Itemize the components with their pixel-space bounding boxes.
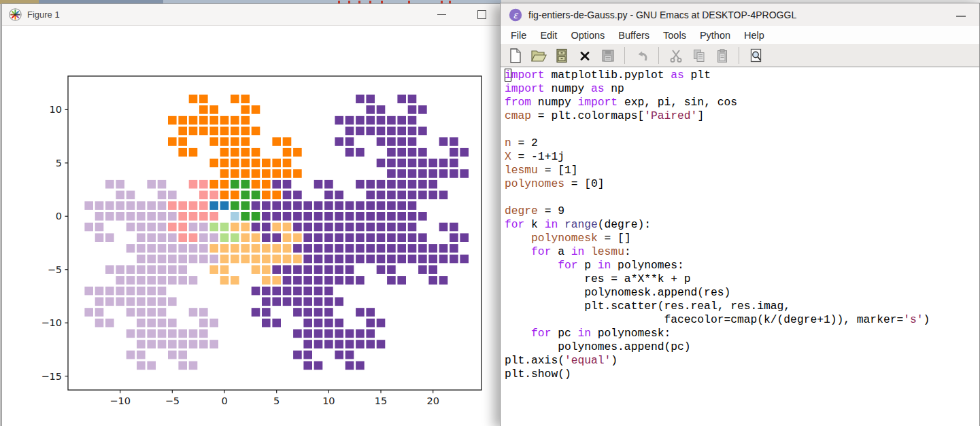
open-file-icon[interactable] [528, 46, 549, 65]
svg-text:0: 0 [56, 211, 62, 221]
code-line [505, 191, 979, 205]
svg-text:ε: ε [513, 9, 518, 20]
code-line: degre = 9 [505, 205, 979, 218]
menu-item-tools[interactable]: Tools [656, 30, 693, 41]
code-line: X = -1+1j [505, 150, 979, 164]
code-line [505, 123, 979, 137]
undo-icon[interactable] [631, 46, 652, 65]
svg-text:15: 15 [375, 395, 387, 406]
code-line: res = a*X**k + p [505, 272, 979, 286]
toolbar-separator [658, 47, 659, 64]
menu-item-python[interactable]: Python [693, 30, 737, 41]
plot-points [84, 94, 469, 370]
emacs-toolbar [501, 44, 979, 67]
open-directory-icon[interactable] [551, 46, 572, 65]
svg-text:−10: −10 [41, 317, 62, 328]
code-line: lesmu = [1] [505, 164, 979, 177]
svg-text:5: 5 [273, 395, 280, 406]
code-line: plt.scatter(res.real, res.imag, [505, 300, 979, 313]
x-axis-ticks: −10−505101520 [109, 390, 439, 406]
svg-text:20: 20 [426, 395, 439, 406]
search-icon[interactable] [745, 46, 766, 65]
menu-item-options[interactable]: Options [564, 30, 611, 41]
code-line: polynomesk = [] [505, 232, 979, 245]
scatter-plot: −10−5051015201050−5−10−15 [2, 26, 501, 426]
code-line: for pc in polynomesk: [505, 327, 979, 340]
code-line: from numpy import exp, pi, sin, cos [505, 96, 979, 109]
figure-minimize-button[interactable] [437, 14, 446, 15]
code-line: polynomesk.append(res) [505, 286, 979, 300]
code-line: polynomes.append(pc) [505, 340, 979, 354]
code-line: plt.axis('equal') [505, 354, 979, 368]
emacs-titlebar[interactable]: ε fig-entiers-de-Gauss.py - GNU Emacs at… [501, 3, 979, 26]
code-line: for a in lesmu: [505, 245, 979, 259]
paste-icon[interactable] [711, 46, 732, 65]
code-line: facecolor=cmap(k/(degre+1)), marker='s') [505, 313, 979, 327]
save-buffer-icon[interactable] [597, 46, 618, 65]
emacs-window: ε fig-entiers-de-Gauss.py - GNU Emacs at… [500, 3, 980, 426]
svg-text:0: 0 [221, 395, 227, 406]
menu-item-edit[interactable]: Edit [533, 30, 564, 41]
emacs-window-title: fig-entiers-de-Gauss.py - GNU Emacs at D… [528, 10, 796, 20]
figure-canvas: −10−5051015201050−5−10−15 [2, 26, 501, 426]
svg-text:−10: −10 [109, 395, 131, 406]
code-line: plt.show() [505, 368, 979, 381]
figure-titlebar[interactable]: Figure 1 [2, 4, 501, 26]
code-line: for p in polynomes: [505, 259, 979, 272]
close-buffer-icon[interactable] [574, 46, 595, 65]
svg-text:−15: −15 [41, 371, 62, 382]
code-line: import numpy as np [505, 82, 979, 96]
new-file-icon[interactable] [505, 46, 526, 65]
matplotlib-icon [9, 8, 22, 21]
code-line: polynomes = [0] [505, 177, 979, 191]
figure-window: Figure 1 −10−5051015201050−5−10−15 [1, 3, 502, 426]
emacs-menubar: FileEditOptionsBuffersToolsPythonHelp [501, 26, 979, 44]
text-cursor: i [505, 69, 511, 82]
code-line: import matplotlib.pyplot as plt [505, 69, 979, 82]
figure-window-title: Figure 1 [27, 10, 60, 20]
code-area[interactable]: import matplotlib.pyplot as pltimport nu… [501, 67, 979, 426]
menu-item-file[interactable]: File [504, 30, 533, 41]
code-line: cmap = plt.colormaps['Paired'] [505, 109, 979, 123]
svg-text:10: 10 [50, 104, 62, 115]
svg-text:5: 5 [56, 158, 62, 168]
svg-text:−5: −5 [165, 395, 180, 406]
cut-icon[interactable] [665, 46, 686, 65]
emacs-minimize-button[interactable] [956, 16, 966, 17]
copy-icon[interactable] [688, 46, 709, 65]
toolbar-separator [624, 47, 625, 64]
menu-item-help[interactable]: Help [737, 30, 771, 41]
menu-item-buffers[interactable]: Buffers [611, 30, 656, 41]
code-line: n = 2 [505, 137, 979, 150]
y-axis-ticks: 1050−5−10−15 [41, 104, 68, 381]
svg-text:10: 10 [322, 395, 335, 406]
emacs-icon: ε [509, 8, 522, 22]
code-line: for k in range(degre): [505, 218, 979, 232]
toolbar-separator [739, 47, 739, 64]
plot-frame [68, 76, 481, 390]
figure-maximize-button[interactable] [477, 10, 486, 19]
svg-text:−5: −5 [48, 264, 62, 275]
